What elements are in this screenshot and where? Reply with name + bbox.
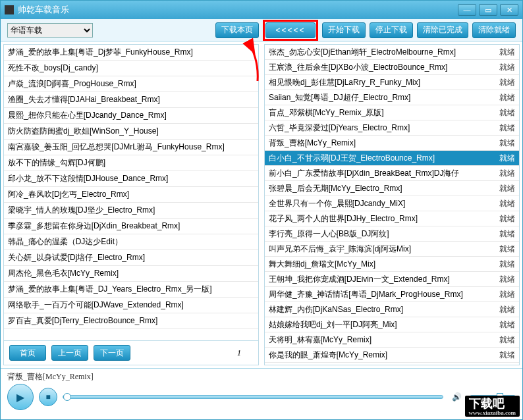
main-area: 梦涵_爱的故事上集[粤语_Dj梦菲_FunkyHouse_Rmx]死性不改_bo… (1, 41, 522, 368)
status-badge: 就绪 (494, 183, 515, 194)
seek-thumb[interactable] (63, 393, 71, 401)
play-button[interactable]: ▶ (7, 384, 34, 410)
left-panel: 梦涵_爱的故事上集[粤语_Dj梦菲_FunkyHouse_Rmx]死性不改_bo… (3, 44, 259, 365)
list-item[interactable]: 背叛_曹格[McYy_Remix]就绪 (265, 136, 519, 151)
list-item[interactable]: 邱小龙_放不下这段情[DJHouse_Dance_Rmx] (4, 171, 258, 187)
list-item[interactable]: 天将明_林宥嘉[McYy_Remix]就绪 (265, 332, 519, 348)
status-badge: 就绪 (494, 334, 515, 346)
list-item[interactable]: 网络歌手_一百万个可能[DJWave_Extended_Rmx] (4, 298, 258, 313)
clear-ready-button[interactable]: 清除就绪 (472, 22, 516, 38)
status-badge: 就绪 (494, 365, 515, 365)
clear-completed-button[interactable]: 清除已完成 (417, 22, 468, 38)
item-title: 王宸浪_往后余生[DjXBo小波_ElectroBounce_Rmx] (269, 62, 447, 73)
stop-download-button[interactable]: 停止下载 (370, 22, 413, 38)
maximize-button[interactable]: ▭ (479, 4, 497, 16)
list-item[interactable]: 死性不改_boys[Dj_candy] (4, 61, 258, 76)
status-badge: 就绪 (494, 47, 515, 58)
item-title: 天将明_林宥嘉[McYy_Remix] (269, 334, 372, 346)
status-badge: 就绪 (494, 350, 515, 361)
watermark-url: www.xiazaiba.com (469, 410, 516, 416)
item-title: 王朝坤_我把你宠成酒[DJEivin一文_Extended_Rmx] (269, 274, 450, 285)
download-page-button[interactable]: 下载本页 (215, 22, 259, 38)
list-item[interactable]: 关心妍_以身试爱[Dj培仔_Electro_Rmx] (4, 250, 258, 266)
status-badge: 就绪 (494, 107, 515, 118)
list-item[interactable]: 放不下的情缘_勾辉[DJ何鹏] (4, 155, 258, 171)
start-download-button[interactable]: 开始下载 (322, 22, 366, 38)
item-title: 张碧晨_后会无期[McYy_Electro_Rmx] (269, 183, 402, 194)
app-icon (5, 5, 14, 14)
item-title: 背叛_曹格[McYy_Remix] (269, 138, 356, 149)
list-item[interactable]: 小梦想dj_梁剑东[DJcandy_MiX]就绪 (265, 363, 519, 365)
list-item[interactable]: 渔圈_失去才懂得[DJAHai_Breakbeat_Rmx] (4, 92, 258, 108)
list-item[interactable]: Saiian_知觉[粤语_DJ超仔_Electro_Rmx]就绪 (265, 90, 519, 105)
item-title: 全世界只有一个你_晨熙[DJcandy_MiX] (269, 198, 405, 209)
list-item[interactable]: 王宸浪_往后余生[DjXBo小波_ElectroBounce_Rmx]就绪 (265, 60, 519, 75)
stop-button[interactable]: ■ (39, 388, 57, 406)
list-item[interactable]: 林建辉_内伤[DjKaNSas_Electro_Rmx]就绪 (265, 302, 519, 317)
list-item[interactable]: 李行亮_原得一人心[BB版_DJ阿纹]就绪 (265, 226, 519, 242)
list-item[interactable]: 梦涵_爱的故事上集[粤语_DJ_Years_Electro_Rmx_另一版] (4, 282, 258, 298)
list-item[interactable]: 六哲_毕竟深爱过[DjYears_Electro_Rmx]就绪 (265, 120, 519, 136)
list-item[interactable]: 姑娘嫁给我吧dj_刘一平[DJ阿亮_Mix]就绪 (265, 317, 519, 332)
window-title: 帅乾车载音乐 (18, 4, 458, 16)
item-title: 白小白_不甘示弱[DJ王贺_ElectroBounce_Rmx] (269, 153, 435, 164)
status-badge: 就绪 (494, 62, 515, 73)
list-item[interactable]: 全世界只有一个你_晨熙[DJcandy_MiX]就绪 (265, 196, 519, 211)
item-title: 叫声兄弟不后悔_袁宇_陈海滨[dj阿远Mix] (269, 244, 411, 255)
list-item[interactable]: 花子风_两个人的世界[DJHy_Electro_Rmx]就绪 (265, 211, 519, 226)
list-item[interactable]: 季彦霖_多想留在你身边[DjXdin_Breakbeat_Rmx] (4, 219, 258, 234)
list-item[interactable]: 阿冷_春风吹[Dj乞丐_Electro_Rmx] (4, 187, 258, 203)
app-window: 帅乾车载音乐 — ▭ ✕ 华语车载 下载本页 <<<<< 开始下载 停止下载 清… (0, 0, 523, 420)
item-title: 花子风_两个人的世界[DJHy_Electro_Rmx] (269, 213, 418, 224)
list-item[interactable]: 相见恨晚dj_彭佳慧[DjLaRry_R_Funky_Mix]就绪 (265, 75, 519, 90)
toolbar: 华语车载 下载本页 <<<<< 开始下载 停止下载 清除已完成 清除就绪 (1, 19, 522, 41)
list-item[interactable]: 张杰_勿忘心安[DjEthan翊轩_ElectroMelbourne_Rmx]就… (265, 45, 519, 60)
seek-slider[interactable] (63, 395, 443, 399)
list-item[interactable]: 盲点_邓紫棋[McYy_Remix_原版]就绪 (265, 105, 519, 120)
item-title: 相见恨晚dj_彭佳慧[DjLaRry_R_Funky_Mix] (269, 77, 420, 88)
download-list[interactable]: 张杰_勿忘心安[DjEthan翊轩_ElectroMelbourne_Rmx]就… (265, 45, 519, 365)
list-item[interactable]: 梁晓宇_情人的玫瑰[DJ坚少_Electro_Rmx] (4, 203, 258, 219)
move-left-button[interactable]: <<<<< (265, 22, 316, 38)
status-badge: 就绪 (494, 138, 515, 149)
list-item[interactable]: 周华健_齐豫_神话情话[粤语_DjMark_ProgHouse_Rmx]就绪 (265, 287, 519, 302)
status-badge: 就绪 (494, 77, 515, 88)
first-page-button[interactable]: 首页 (9, 345, 46, 361)
status-badge: 就绪 (494, 319, 515, 330)
list-item[interactable]: 防火防盗防闺蜜dj_欧姐[WinSon_Y_House] (4, 124, 258, 140)
watermark: 下载吧 www.xiazaiba.com (465, 396, 520, 417)
list-item[interactable]: 周杰伦_黑色毛衣[McYy_Remix] (4, 266, 258, 282)
status-badge: 就绪 (494, 259, 515, 270)
list-item[interactable]: 白小白_不甘示弱[DJ王贺_ElectroBounce_Rmx]就绪 (265, 151, 519, 166)
list-item[interactable]: 晨熙_想你只能在心里[DJcandy_Dance_Rmx] (4, 108, 258, 124)
now-playing-label: 背叛_曹格[McYy_Remix] (7, 371, 516, 382)
list-item[interactable]: 你是我的眼_萧煌奇[McYy_Remix]就绪 (265, 348, 519, 363)
next-page-button[interactable]: 下一页 (94, 345, 130, 361)
titlebar[interactable]: 帅乾车载音乐 — ▭ ✕ (1, 1, 522, 19)
list-item[interactable]: 叫声兄弟不后悔_袁宇_陈海滨[dj阿远Mix]就绪 (265, 242, 519, 257)
list-item[interactable]: 张碧晨_后会无期[McYy_Electro_Rmx]就绪 (265, 181, 519, 196)
category-select[interactable]: 华语车载 (7, 23, 93, 38)
item-title: 小梦想dj_梁剑东[DJcandy_MiX] (269, 365, 380, 365)
source-list[interactable]: 梦涵_爱的故事上集[粤语_Dj梦菲_FunkyHouse_Rmx]死性不改_bo… (4, 45, 258, 337)
status-badge: 就绪 (494, 213, 515, 224)
list-item[interactable]: 王朝坤_我把你宠成酒[DJEivin一文_Extended_Rmx]就绪 (265, 272, 519, 287)
list-item[interactable]: 前小白_广东爱情故事[DjXdin_BreakBeat_Rmx]DJ海仔就绪 (265, 166, 519, 181)
list-item[interactable]: 梦涵_爱的故事上集[粤语_Dj梦菲_FunkyHouse_Rmx] (4, 45, 258, 61)
list-item[interactable]: 卢焱_流浪[Dj阿喜_ProgHouse_Rmx] (4, 76, 258, 92)
item-title: 张杰_勿忘心安[DjEthan翊轩_ElectroMelbourne_Rmx] (269, 47, 456, 58)
status-badge: 就绪 (494, 304, 515, 315)
list-item[interactable]: 罗百吉_真爱[DjTerry_ElectroBounce_Rmx] (4, 313, 258, 329)
item-title: 舞大舞细dj_詹瑞文[McYy_Mix] (269, 259, 375, 270)
item-title: 盲点_邓紫棋[McYy_Remix_原版] (269, 107, 384, 118)
list-item[interactable]: 舞大舞细dj_詹瑞文[McYy_Mix]就绪 (265, 257, 519, 272)
prev-page-button[interactable]: 上一页 (51, 345, 88, 361)
list-item[interactable]: 南宫嘉骏_姜玉阳_回忆总想哭[DJMrL驸马_FunkyHouse_Rmx] (4, 140, 258, 155)
status-badge: 就绪 (494, 168, 515, 179)
volume-icon[interactable]: 🔊 (449, 389, 464, 405)
list-item[interactable]: 韩晶_痛心的温柔（DJ达少Edit） (4, 234, 258, 250)
minimize-button[interactable]: — (458, 4, 476, 16)
page-number: 1 (237, 348, 241, 358)
close-button[interactable]: ✕ (500, 4, 518, 16)
status-badge: 就绪 (494, 122, 515, 134)
